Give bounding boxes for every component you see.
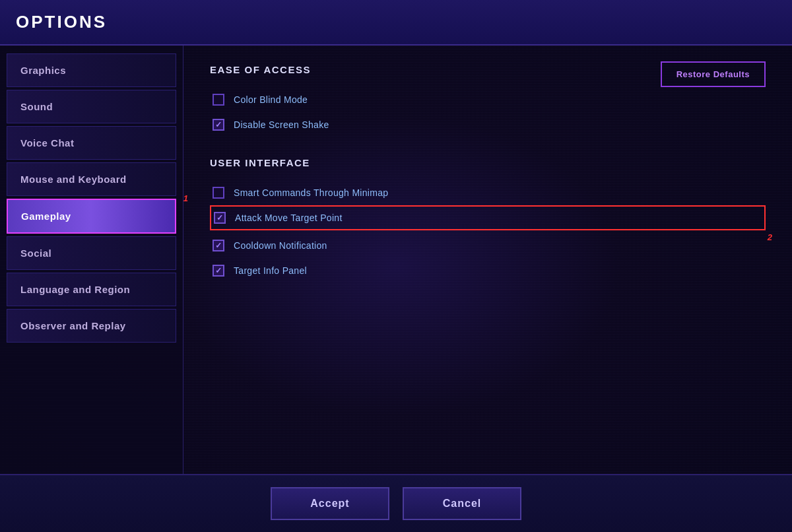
- options-dialog: OPTIONS GraphicsSoundVoice ChatMouse and…: [0, 0, 792, 532]
- label-color-blind-mode: Color Blind Mode: [234, 94, 308, 105]
- checkbox-attack-move-target-point[interactable]: [214, 212, 226, 224]
- label-target-info-panel: Target Info Panel: [234, 265, 307, 276]
- restore-defaults-button[interactable]: Restore Defaults: [661, 61, 766, 87]
- section-user-interface: USER INTERFACESmart Commands Through Min…: [210, 157, 766, 283]
- footer: Accept Cancel: [0, 474, 792, 532]
- label-disable-screen-shake: Disable Screen Shake: [234, 119, 329, 130]
- label-attack-move-target-point: Attack Move Target Point: [235, 213, 343, 223]
- setting-row-smart-commands-minimap: Smart Commands Through Minimap: [210, 180, 766, 205]
- checkbox-disable-screen-shake[interactable]: [213, 119, 224, 131]
- accept-button[interactable]: Accept: [271, 487, 389, 520]
- sidebar-item-social[interactable]: Social: [7, 236, 176, 270]
- setting-row-cooldown-notification: Cooldown Notification: [210, 233, 766, 258]
- checkbox-color-blind-mode[interactable]: [213, 94, 224, 106]
- page-title: OPTIONS: [16, 12, 107, 32]
- setting-row-target-info-panel: Target Info Panel: [210, 258, 766, 283]
- sidebar-item-observer-replay[interactable]: Observer and Replay: [7, 309, 176, 343]
- setting-row-attack-move-target-point: Attack Move Target Point: [210, 205, 766, 230]
- content-area: Restore Defaults EASE OF ACCESSColor Bli…: [183, 46, 792, 474]
- sidebar-item-graphics[interactable]: Graphics: [7, 53, 176, 87]
- annotation-marker-1: 1: [183, 193, 188, 203]
- checkbox-target-info-panel[interactable]: [213, 265, 224, 277]
- sidebar-item-sound[interactable]: Sound: [7, 90, 176, 123]
- main-body: GraphicsSoundVoice ChatMouse and Keyboar…: [0, 46, 792, 474]
- checkbox-cooldown-notification[interactable]: [213, 240, 224, 251]
- section-title-user-interface: USER INTERFACE: [210, 157, 766, 168]
- label-cooldown-notification: Cooldown Notification: [234, 240, 327, 251]
- header: OPTIONS: [0, 0, 792, 46]
- checkbox-smart-commands-minimap[interactable]: [213, 187, 224, 199]
- sidebar-item-voice-chat[interactable]: Voice Chat: [7, 126, 176, 160]
- setting-row-disable-screen-shake: Disable Screen Shake: [210, 112, 766, 137]
- sidebar-item-gameplay[interactable]: Gameplay: [7, 199, 176, 234]
- setting-row-color-blind-mode: Color Blind Mode: [210, 87, 766, 112]
- sidebar-item-mouse-keyboard[interactable]: Mouse and Keyboard: [7, 162, 176, 196]
- cancel-button[interactable]: Cancel: [403, 487, 521, 520]
- label-smart-commands-minimap: Smart Commands Through Minimap: [234, 187, 388, 198]
- annotation-marker-2: 2: [768, 232, 772, 242]
- sidebar-item-language-region[interactable]: Language and Region: [7, 273, 176, 306]
- sidebar: GraphicsSoundVoice ChatMouse and Keyboar…: [0, 46, 183, 474]
